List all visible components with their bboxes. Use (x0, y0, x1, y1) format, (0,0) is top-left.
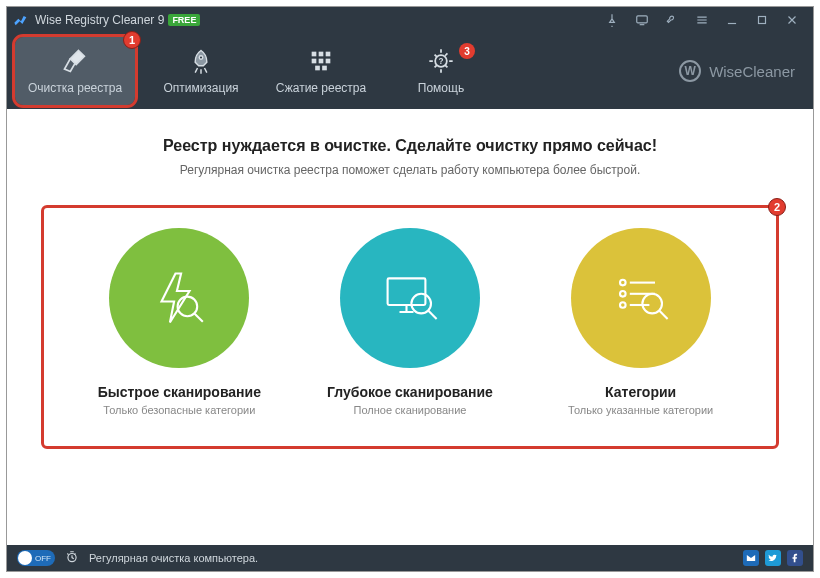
pin-icon[interactable] (597, 7, 627, 33)
help-badge: 3 (459, 43, 475, 59)
tools-icon[interactable] (657, 7, 687, 33)
maximize-button[interactable] (747, 7, 777, 33)
svg-point-17 (620, 291, 626, 297)
action-title: Глубокое сканирование (327, 384, 493, 400)
minimize-button[interactable] (717, 7, 747, 33)
mail-icon[interactable] (743, 550, 759, 566)
svg-rect-14 (388, 278, 426, 305)
nav-optimization[interactable]: Оптимизация (141, 33, 261, 109)
nav-registry-compress[interactable]: Сжатие реестра (261, 33, 381, 109)
svg-rect-1 (759, 17, 766, 24)
headline: Реестр нуждается в очистке. Сделайте очи… (41, 137, 779, 155)
action-title: Быстрое сканирование (98, 384, 261, 400)
svg-point-18 (620, 302, 626, 308)
nav-label: Сжатие реестра (276, 81, 366, 95)
subheadline: Регулярная очистка реестра поможет сдела… (41, 163, 779, 177)
menu-icon[interactable] (687, 7, 717, 33)
close-button[interactable] (777, 7, 807, 33)
svg-point-16 (620, 280, 626, 286)
callout-2: 2 (768, 198, 786, 216)
brush-icon (61, 47, 89, 75)
nav-bar: Очистка реестра 1 Оптимизация Сжатие рее… (7, 33, 813, 109)
clock-icon (65, 550, 79, 566)
svg-rect-0 (637, 16, 648, 23)
svg-text:?: ? (439, 57, 444, 66)
brand[interactable]: W WiseCleaner (679, 60, 795, 82)
action-title: Категории (605, 384, 676, 400)
action-sub: Только безопасные категории (103, 404, 255, 416)
svg-rect-3 (312, 52, 317, 57)
schedule-toggle[interactable]: OFF (17, 550, 55, 566)
title-bar: Wise Registry Cleaner 9 FREE (7, 7, 813, 33)
svg-point-19 (642, 294, 662, 314)
action-fast-scan[interactable]: Быстрое сканирование Только безопасные к… (79, 228, 279, 416)
action-deep-scan[interactable]: Глубокое сканирование Полное сканировани… (310, 228, 510, 416)
app-logo-icon (13, 12, 29, 28)
nav-label: Оптимизация (163, 81, 238, 95)
actions-box: 2 Быстрое сканирование Только безопасные… (41, 205, 779, 449)
nav-label: Очистка реестра (28, 81, 122, 95)
svg-rect-10 (322, 66, 327, 71)
twitter-icon[interactable] (765, 550, 781, 566)
content-area: Реестр нуждается в очистке. Сделайте очи… (7, 109, 813, 545)
action-sub: Только указанные категории (568, 404, 713, 416)
action-categories[interactable]: Категории Только указанные категории (541, 228, 741, 416)
monitor-scan-icon (340, 228, 480, 368)
svg-point-2 (199, 56, 203, 60)
nav-label: Помощь (418, 81, 464, 95)
facebook-icon[interactable] (787, 550, 803, 566)
svg-rect-7 (319, 59, 324, 64)
bolt-scan-icon (109, 228, 249, 368)
action-sub: Полное сканирование (354, 404, 467, 416)
nav-registry-cleanup[interactable]: Очистка реестра 1 (15, 37, 135, 105)
nav-help[interactable]: ? Помощь 3 (381, 33, 501, 109)
list-scan-icon (571, 228, 711, 368)
rocket-icon (187, 47, 215, 75)
svg-rect-5 (326, 52, 331, 57)
feedback-icon[interactable] (627, 7, 657, 33)
toggle-label: OFF (35, 554, 51, 563)
svg-rect-4 (319, 52, 324, 57)
status-bar: OFF Регулярная очистка компьютера. (7, 545, 813, 571)
svg-rect-6 (312, 59, 317, 64)
app-title: Wise Registry Cleaner 9 (35, 13, 164, 27)
status-text: Регулярная очистка компьютера. (89, 552, 258, 564)
free-badge: FREE (168, 14, 200, 26)
brand-label: WiseCleaner (709, 63, 795, 80)
brand-icon: W (679, 60, 701, 82)
svg-rect-8 (326, 59, 331, 64)
compress-icon (307, 47, 335, 75)
svg-rect-9 (315, 66, 320, 71)
gear-help-icon: ? (427, 47, 455, 75)
svg-point-15 (411, 294, 431, 314)
callout-1: 1 (123, 31, 141, 49)
